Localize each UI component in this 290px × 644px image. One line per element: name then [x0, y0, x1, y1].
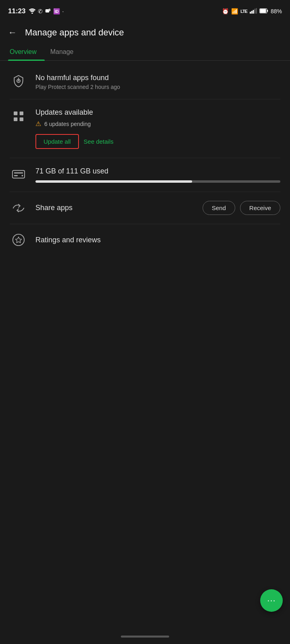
svg-rect-9 — [260, 9, 266, 12]
updates-icon — [10, 108, 27, 123]
status-icons: ✆ 🆔 · — [29, 8, 64, 15]
svg-rect-6 — [254, 8, 255, 13]
share-apps-section: Share apps Send Receive — [0, 192, 290, 224]
shield-icon — [10, 74, 27, 87]
fab-button[interactable]: ··· — [260, 589, 283, 612]
svg-marker-24 — [15, 237, 21, 243]
svg-rect-21 — [14, 175, 18, 176]
share-buttons: Send Receive — [203, 201, 280, 215]
storage-content: 71 GB of 111 GB used — [35, 167, 280, 183]
share-apps-content: Share apps — [35, 204, 195, 212]
status-bar: 11:23 ✆ 🆔 · — [0, 0, 290, 21]
alarm-icon: ⏰ — [222, 8, 229, 14]
dot-icon: · — [62, 8, 64, 14]
play-protect-section: No harmful apps found Play Protect scann… — [0, 65, 290, 99]
svg-rect-20 — [14, 172, 23, 173]
ratings-section: Ratings and reviews — [0, 224, 290, 256]
storage-title: 71 GB of 111 GB used — [35, 167, 280, 175]
ratings-icon — [10, 233, 27, 247]
svg-point-23 — [13, 234, 24, 246]
svg-point-22 — [22, 175, 23, 176]
home-indicator — [121, 636, 169, 638]
svg-rect-7 — [256, 8, 257, 14]
svg-rect-16 — [20, 111, 23, 115]
receive-button[interactable]: Receive — [240, 201, 280, 215]
lte-icon: LTE — [240, 9, 247, 14]
svg-rect-10 — [267, 10, 268, 12]
svg-rect-18 — [20, 118, 23, 121]
share-apps-title: Share apps — [35, 204, 195, 212]
svg-point-0 — [32, 12, 33, 14]
update-all-button[interactable]: Update all — [35, 134, 79, 149]
see-details-button[interactable]: See details — [84, 138, 114, 145]
share-icon — [10, 202, 27, 214]
pending-text: 6 updates pending — [44, 121, 91, 127]
updates-title: Updates available — [35, 108, 280, 117]
svg-rect-19 — [12, 171, 25, 178]
wifi-icon — [29, 8, 36, 15]
svg-rect-3 — [250, 12, 251, 14]
badge-icon: 🆔 — [53, 8, 60, 14]
play-protect-subtitle: Play Protect scanned 2 hours ago — [35, 84, 280, 90]
warning-icon: ⚠ — [35, 120, 41, 128]
send-button[interactable]: Send — [203, 201, 235, 215]
updates-actions: Update all See details — [35, 134, 280, 149]
play-protect-content: No harmful apps found Play Protect scann… — [35, 74, 280, 90]
battery-percentage: 88% — [271, 8, 282, 14]
tabs-container: Overview Manage — [0, 43, 290, 61]
storage-icon — [10, 167, 27, 180]
status-left: 11:23 ✆ 🆔 · — [8, 7, 64, 15]
svg-rect-5 — [253, 10, 254, 13]
updates-content: Updates available ⚠ 6 updates pending Up… — [35, 108, 280, 149]
svg-marker-13 — [18, 80, 19, 81]
svg-rect-2 — [49, 8, 51, 11]
storage-bar — [35, 180, 280, 183]
storage-bar-fill — [35, 180, 192, 183]
tab-overview[interactable]: Overview — [8, 43, 45, 60]
svg-rect-17 — [14, 118, 17, 121]
svg-rect-15 — [14, 111, 17, 115]
teams-icon — [45, 8, 51, 15]
status-time: 11:23 — [8, 7, 25, 15]
phone-signal-icon: 📶 — [231, 8, 238, 14]
updates-section: Updates available ⚠ 6 updates pending Up… — [0, 99, 290, 158]
battery-icon — [259, 8, 268, 15]
content: No harmful apps found Play Protect scann… — [0, 61, 290, 260]
ratings-title: Ratings and reviews — [35, 236, 101, 244]
svg-point-14 — [18, 78, 19, 79]
back-button[interactable]: ← — [8, 27, 17, 38]
storage-section: 71 GB of 111 GB used — [0, 158, 290, 192]
header: ← Manage apps and device — [0, 21, 290, 43]
updates-pending: ⚠ 6 updates pending — [35, 120, 280, 128]
tab-manage[interactable]: Manage — [49, 43, 82, 60]
svg-rect-4 — [251, 11, 253, 14]
status-right: ⏰ 📶 LTE 88% — [222, 8, 282, 15]
call-icon: ✆ — [38, 8, 43, 14]
page-title: Manage apps and device — [25, 27, 282, 38]
fab-icon: ··· — [267, 595, 276, 606]
signal-icon — [250, 8, 257, 15]
ratings-content: Ratings and reviews — [35, 236, 101, 244]
play-protect-title: No harmful apps found — [35, 74, 280, 82]
